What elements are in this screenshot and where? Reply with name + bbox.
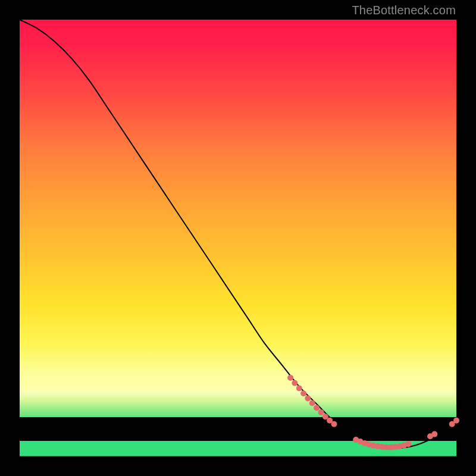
data-dot	[305, 395, 311, 401]
data-dot	[431, 431, 437, 437]
data-dot	[287, 375, 293, 381]
watermark-text: TheBottleneck.com	[352, 4, 456, 17]
data-dot	[318, 409, 324, 415]
curve-layer	[20, 20, 456, 456]
data-dot	[405, 441, 411, 447]
chart-frame: TheBottleneck.com	[0, 0, 476, 476]
data-dots	[287, 375, 459, 450]
bottleneck-curve	[20, 20, 456, 448]
data-dot	[296, 386, 302, 392]
data-dot	[314, 405, 320, 411]
data-dot	[292, 380, 298, 386]
data-dot	[453, 418, 459, 424]
data-dot	[331, 421, 337, 427]
data-dot	[309, 400, 315, 406]
data-dot	[300, 390, 306, 396]
